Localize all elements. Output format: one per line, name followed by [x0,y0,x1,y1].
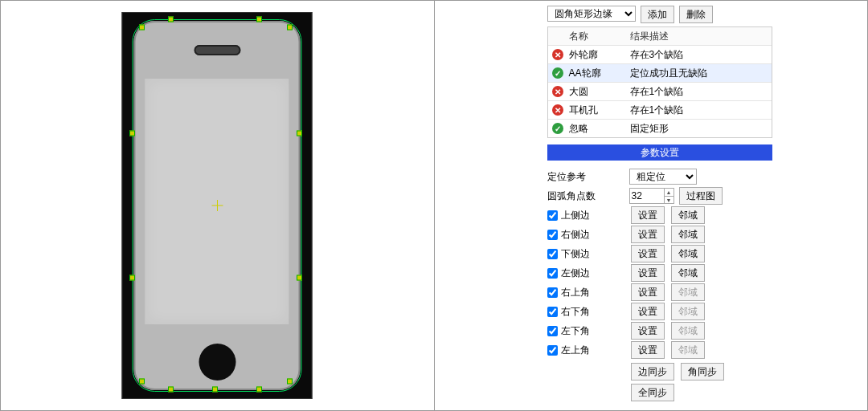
inspection-image [122,12,313,399]
roi-type-select[interactable]: 圆角矩形边缘 [547,6,636,22]
roi-handle[interactable] [129,131,135,136]
side-set-button[interactable]: 设置 [631,283,665,301]
roi-handle[interactable] [168,387,174,393]
side-neighborhood-button: 邻域 [671,322,705,340]
side-row-left: 左侧边设置邻域 [547,263,772,283]
side-set-button[interactable]: 设置 [631,341,665,359]
row-name: 耳机孔 [567,104,628,117]
roi-handle[interactable] [139,379,145,385]
side-checkbox-left[interactable] [547,268,558,279]
side-checkbox-bottom[interactable] [547,249,558,259]
table-row[interactable]: ✓忽略固定矩形 [548,120,772,137]
roi-handle[interactable] [297,131,302,136]
roi-handle[interactable] [168,17,174,22]
side-label-text: 右侧边 [561,228,590,242]
col-name-header: 名称 [567,30,628,43]
roi-handle[interactable] [129,275,135,281]
roi-handle[interactable] [139,25,145,31]
delete-button[interactable]: 删除 [679,6,713,23]
row-desc: 存在1个缺陷 [628,104,772,117]
side-neighborhood-button[interactable]: 邻域 [671,245,705,262]
side-checkbox-right[interactable] [547,230,558,240]
table-row[interactable]: ✕大圆存在1个缺陷 [548,83,772,101]
roi-handle[interactable] [256,17,262,22]
loc-ref-select[interactable]: 粗定位 [629,169,697,185]
roi-center-mark [214,202,220,209]
side-row-right: 右侧边设置邻域 [547,225,772,244]
spin-up-icon[interactable]: ▲ [664,189,674,197]
side-checkbox-label[interactable]: 左下角 [547,324,624,338]
table-row[interactable]: ✕外轮廓存在3个缺陷 [548,46,772,64]
side-checkbox-top[interactable] [547,210,558,221]
side-checkbox-label[interactable]: 右下角 [547,305,624,319]
side-row-bottom: 下侧边设置邻域 [547,244,772,263]
inspection-image-pane [1,1,435,410]
side-checkbox-label[interactable]: 右侧边 [547,228,624,242]
roi-handle[interactable] [287,25,293,31]
side-set-button[interactable]: 设置 [631,264,665,282]
all-sync-button[interactable]: 全同步 [631,384,674,401]
roi-handle[interactable] [297,275,302,281]
side-set-button[interactable]: 设置 [631,226,665,243]
side-checkbox-br[interactable] [547,307,558,317]
side-row-top: 上侧边设置邻域 [547,206,772,225]
side-set-button[interactable]: 设置 [631,322,665,340]
row-desc: 存在3个缺陷 [628,48,772,62]
arc-points-label: 圆弧角点数 [547,189,624,203]
side-checkbox-label[interactable]: 左侧边 [547,267,624,280]
status-error-icon: ✕ [552,86,563,97]
row-desc: 定位成功且无缺陷 [628,67,772,80]
loc-ref-label: 定位参考 [547,170,624,184]
side-checkbox-label[interactable]: 右上角 [547,286,624,299]
side-checkbox-label[interactable]: 下侧边 [547,247,624,261]
status-ok-icon: ✓ [552,123,563,134]
side-set-button[interactable]: 设置 [631,245,665,262]
side-set-button[interactable]: 设置 [631,206,665,224]
side-neighborhood-button: 邻域 [671,341,705,359]
edge-sync-button[interactable]: 边同步 [631,363,674,380]
side-neighborhood-button: 邻域 [671,283,705,301]
add-button[interactable]: 添加 [641,6,674,23]
side-neighborhood-button: 邻域 [671,303,705,320]
side-neighborhood-button[interactable]: 邻域 [671,264,705,282]
row-name: 外轮廓 [567,48,628,62]
side-label-text: 右下角 [561,305,590,319]
process-image-button[interactable]: 过程图 [679,187,723,205]
table-row[interactable]: ✓AA轮廓定位成功且无缺陷 [548,64,772,83]
row-name: 忽略 [567,122,628,136]
side-neighborhood-button[interactable]: 邻域 [671,206,705,224]
side-row-br: 右下角设置邻域 [547,302,772,321]
arc-points-input[interactable] [630,189,664,203]
side-set-button[interactable]: 设置 [631,303,665,320]
side-row-bl: 左下角设置邻域 [547,321,772,340]
side-label-text: 下侧边 [561,247,590,261]
roi-handle[interactable] [212,387,218,393]
side-label-text: 上侧边 [561,209,590,222]
earpiece-slot [194,45,240,55]
side-checkbox-tr[interactable] [547,287,558,298]
side-neighborhood-button[interactable]: 邻域 [671,226,705,243]
row-name: 大圆 [567,85,628,99]
side-label-text: 右上角 [561,286,590,299]
side-label-text: 左侧边 [561,267,590,280]
col-desc-header: 结果描述 [628,30,772,43]
roi-handle[interactable] [287,379,293,385]
side-checkbox-label[interactable]: 左上角 [547,344,624,357]
row-desc: 固定矩形 [628,122,772,136]
status-error-icon: ✕ [552,49,563,60]
spin-down-icon[interactable]: ▼ [664,197,674,204]
home-button-circle [199,344,235,380]
side-label-text: 左下角 [561,324,590,338]
status-ok-icon: ✓ [552,67,563,79]
corner-sync-button[interactable]: 角同步 [681,363,724,380]
roi-handle[interactable] [256,387,262,393]
side-row-tr: 右上角设置邻域 [547,283,772,302]
settings-pane: 圆角矩形边缘 添加 删除 名称 结果描述 ✕外轮廓存在3个缺陷✓AA轮廓定位成功… [435,1,868,410]
table-row[interactable]: ✕耳机孔存在1个缺陷 [548,101,772,120]
arc-points-spin[interactable]: ▲ ▼ [629,188,674,204]
side-label-text: 左上角 [561,344,590,357]
side-checkbox-label[interactable]: 上侧边 [547,209,624,222]
status-error-icon: ✕ [552,104,563,116]
side-checkbox-bl[interactable] [547,326,558,336]
side-checkbox-tl[interactable] [547,345,558,356]
